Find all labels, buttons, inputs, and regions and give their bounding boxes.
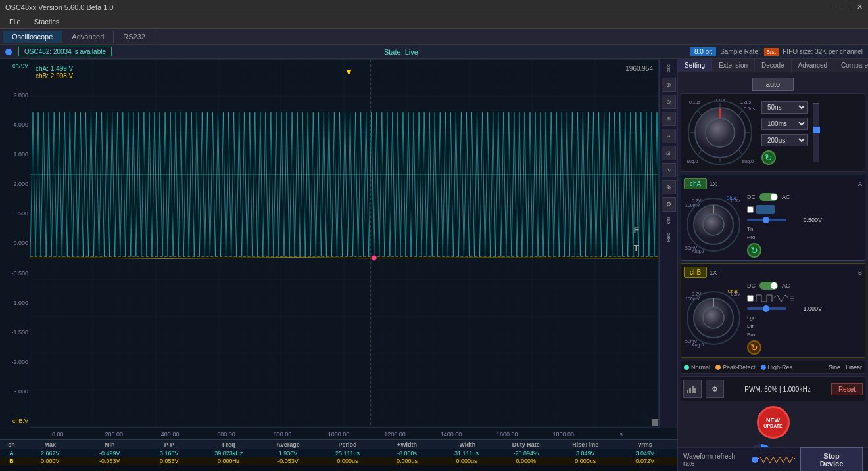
chb-checkbox[interactable] xyxy=(747,295,754,302)
highres-radio[interactable] xyxy=(761,365,766,370)
svg-point-26 xyxy=(703,307,724,328)
tab-setting[interactable]: Setting xyxy=(678,59,712,72)
avail-label: OSC482: 20034 is available xyxy=(18,47,112,56)
row-a-ch: A xyxy=(3,450,20,457)
chb-select-button[interactable]: chB xyxy=(684,267,707,278)
tab-oscilloscope[interactable]: Oscilloscope xyxy=(3,31,62,43)
row-b-plus-width: 0.000us xyxy=(377,458,437,464)
chb-section: chB 1X B Ch.B 0.2V 0.5V 100mV 50mV Aug.0 xyxy=(681,263,865,358)
tab-rs232[interactable]: RS232 xyxy=(114,31,155,43)
row-a-plus-width: -8.000s xyxy=(377,450,437,457)
time-knob-svg[interactable] xyxy=(684,97,756,169)
time-vslider[interactable] xyxy=(813,103,819,162)
time-select-1[interactable]: 50ns100ns200ns500ns xyxy=(761,101,808,114)
x-label-1600: 1600.00 xyxy=(479,431,535,437)
statusbar: OSC482: 20034 is available State: Live 8… xyxy=(0,45,868,59)
cha-controls: DC AC 0.500V xyxy=(747,192,822,258)
chb-refresh-btn[interactable]: ↻ xyxy=(747,340,761,355)
peak-radio[interactable] xyxy=(715,365,721,370)
pwm-text: PWM: 50% | 1.000kHz xyxy=(728,386,827,393)
interp-highres[interactable]: High-Res xyxy=(761,364,793,370)
cha-vslider[interactable] xyxy=(747,219,786,221)
minimize-button[interactable]: ─ xyxy=(834,3,840,11)
time-refresh-btn[interactable]: ↻ xyxy=(761,150,776,165)
chb-checkbox-row xyxy=(747,294,822,303)
cha-toggle[interactable] xyxy=(760,193,778,201)
auto-row: auto xyxy=(681,75,865,93)
new-update-badge[interactable]: NEW UPDATE xyxy=(757,406,790,439)
state-label: State: Live xyxy=(118,48,684,56)
svg-line-10 xyxy=(738,111,742,116)
row-a-average: 1.930V xyxy=(258,450,318,457)
tab-advanced[interactable]: Advanced xyxy=(792,59,834,72)
gear-button[interactable]: ⚙ xyxy=(706,380,724,398)
chb-ac-label: AC xyxy=(782,282,790,289)
reset-button[interactable]: Reset xyxy=(831,383,863,395)
cha-refresh-btn[interactable]: ↻ xyxy=(747,243,761,258)
svg-rect-32 xyxy=(689,388,691,393)
chb-vslider[interactable] xyxy=(747,307,786,310)
interp-peak[interactable]: Peak-Detect xyxy=(715,364,756,370)
chb-dif-label: Dif xyxy=(747,323,822,329)
histogram-button[interactable] xyxy=(683,380,702,398)
arrows-button[interactable]: ↔ xyxy=(662,129,676,143)
row-b-average: -0.053V xyxy=(258,458,318,464)
menu-file[interactable]: File xyxy=(3,16,28,27)
row-a-min: -0.499V xyxy=(80,450,139,457)
time-select-3[interactable]: 200us100us500us xyxy=(761,134,808,146)
tab-decode[interactable]: Decode xyxy=(755,59,791,72)
auto-button[interactable]: auto xyxy=(752,78,794,91)
status-info: 8.0 bit Sample Rate: 5/s. FIFO size: 32K… xyxy=(690,47,863,56)
zoom-out-button[interactable]: ⊖ xyxy=(662,95,676,109)
cha-select-button[interactable]: chA xyxy=(684,178,707,189)
chb-toggle[interactable] xyxy=(760,282,778,290)
maximize-button[interactable]: □ xyxy=(846,3,850,11)
measure-button[interactable]: ⊕ xyxy=(662,180,676,194)
cha-checkbox[interactable] xyxy=(747,206,754,213)
y-label-8: -0.500 xyxy=(1,270,28,277)
grid-toggle-button[interactable]: ⊞ xyxy=(662,112,676,126)
interp-sine: Sine xyxy=(829,364,840,370)
x-label-0: 0.00 xyxy=(30,431,85,437)
normal-radio[interactable] xyxy=(684,365,689,370)
chb-knob-svg[interactable] xyxy=(684,288,743,348)
tab-compare[interactable]: Compare xyxy=(834,59,868,72)
time-select-2[interactable]: 100ms50ms200ms xyxy=(761,118,808,130)
tab-extension[interactable]: Extension xyxy=(712,59,755,72)
y-label-10: -1.500 xyxy=(1,329,28,336)
close-button[interactable]: ✕ xyxy=(857,3,863,11)
sample-val: 5/s. xyxy=(764,48,779,56)
cha-knob-svg[interactable] xyxy=(684,195,743,254)
cha-trig-label: Tn xyxy=(747,226,822,232)
meas-header: ch Max Min P-P Freq Average Period +Widt… xyxy=(0,439,677,449)
interp-normal[interactable]: Normal xyxy=(684,364,710,370)
time-section: 0.1us 0.2us 0.5us 0.1us Time aug.0 aug.0 xyxy=(681,93,865,172)
t-label: T xyxy=(634,244,639,253)
tab-advanced[interactable]: Advanced xyxy=(62,31,114,43)
menu-statics[interactable]: Stactics xyxy=(28,16,66,27)
x-label-1400: 1400.00 xyxy=(423,431,479,437)
cha-pro-label: Pro xyxy=(747,235,822,240)
cursor-button[interactable]: ⊡ xyxy=(662,146,676,160)
col-average: Average xyxy=(258,441,318,448)
wave-button[interactable]: ∿ xyxy=(662,163,676,177)
status-dot xyxy=(5,49,12,55)
col-pp: P-P xyxy=(139,441,199,448)
x-label-800: 800.00 xyxy=(254,431,310,437)
x-unit-label: us xyxy=(592,431,648,437)
meas-row-b: B 0.000V -0.053V 0.053V 0.000Hz -0.053V … xyxy=(0,457,677,465)
interp-linear: Linear xyxy=(846,364,862,370)
settings-button[interactable]: ⚙ xyxy=(662,197,676,212)
f-label: F xyxy=(634,225,639,235)
cha-wave-icon xyxy=(756,205,775,214)
titlebar: OSC48xx Version 5.60.0 Beta 1.0 ─ □ ✕ xyxy=(0,0,868,14)
row-b-rise-time: 0.000us xyxy=(556,458,615,464)
chb-controls: DC AC xyxy=(747,280,822,355)
canvas-area[interactable]: chA: 1.499 V chB: 2.998 V 1960.954 xyxy=(30,59,659,428)
row-b-pp: 0.053V xyxy=(139,458,199,464)
zoom-in-button[interactable]: ⊕ xyxy=(662,78,676,92)
stop-device-button[interactable]: Stop Device xyxy=(800,447,863,472)
col-min: Min xyxy=(80,441,139,448)
menubar: File Stactics xyxy=(0,14,868,29)
cha-voltage-row: 0.500V xyxy=(747,217,822,223)
